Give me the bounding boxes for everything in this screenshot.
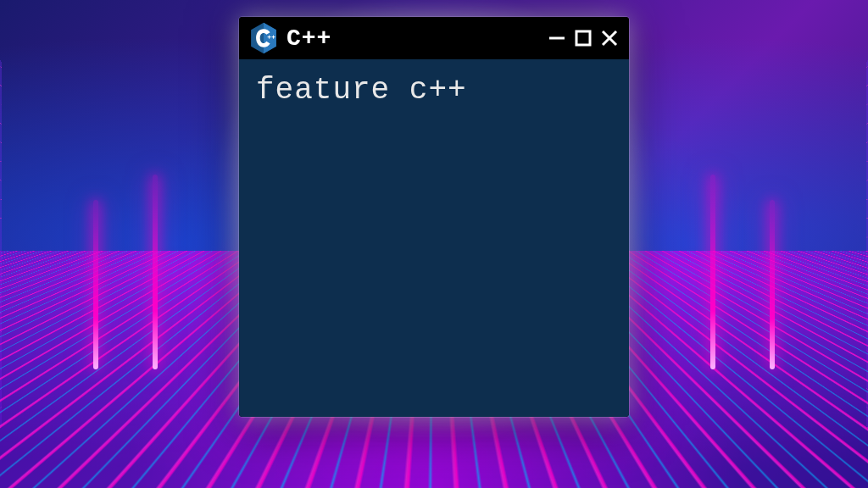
cpp-logo-icon — [249, 22, 278, 54]
svg-rect-5 — [273, 36, 274, 39]
svg-marker-1 — [264, 23, 276, 54]
bg-neon-pillar — [153, 175, 158, 369]
terminal-content[interactable]: feature c++ — [239, 59, 629, 417]
window-controls — [548, 29, 619, 47]
minimize-button[interactable] — [548, 29, 566, 47]
bg-neon-pillar — [93, 200, 98, 369]
bg-neon-pillar — [770, 200, 775, 369]
close-button[interactable] — [600, 29, 619, 47]
maximize-button[interactable] — [575, 30, 592, 47]
terminal-text: feature c++ — [256, 73, 612, 108]
svg-rect-7 — [576, 31, 590, 45]
window-title: C++ — [287, 25, 331, 52]
terminal-window: C++ feature c++ — [239, 17, 629, 417]
titlebar[interactable]: C++ — [239, 17, 629, 59]
bg-neon-pillar — [710, 175, 715, 369]
svg-rect-3 — [269, 36, 270, 39]
